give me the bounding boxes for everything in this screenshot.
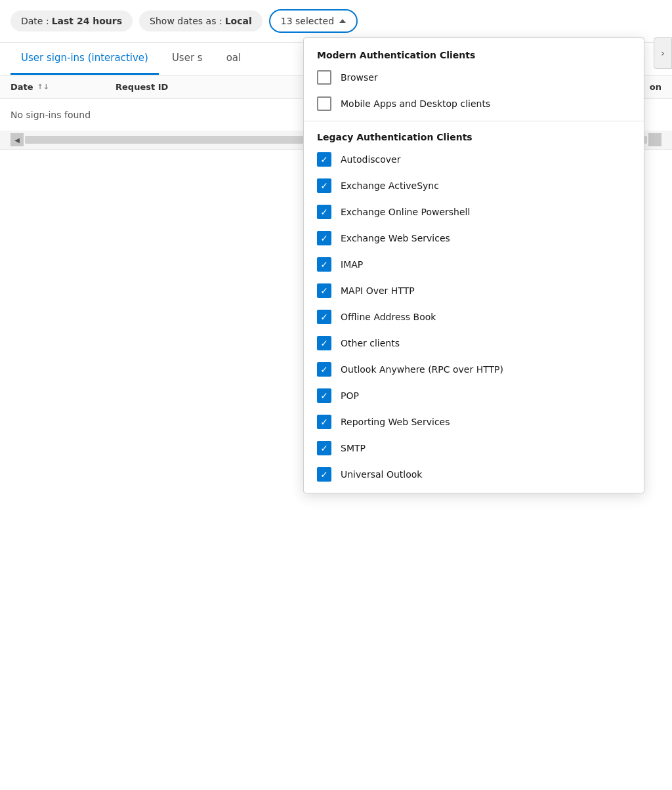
tab-interactive-label: User sign-ins (interactive): [21, 52, 148, 64]
legacy-auth-header-label: Legacy Authentication Clients: [317, 132, 472, 142]
label-autodiscover: Autodiscover: [341, 154, 401, 165]
label-reporting-web-services: Reporting Web Services: [341, 417, 450, 427]
dropdown-item-universal-outlook[interactable]: Universal Outlook: [304, 461, 644, 488]
dropdown-item-other-clients[interactable]: Other clients: [304, 330, 644, 356]
dropdown-item-mapi-over-http[interactable]: MAPI Over HTTP: [304, 278, 644, 304]
dropdown-item-exchange-activesync[interactable]: Exchange ActiveSync: [304, 173, 644, 199]
label-exchange-web-services: Exchange Web Services: [341, 233, 450, 243]
label-smtp: SMTP: [341, 443, 366, 453]
show-dates-label: Show dates as :: [150, 16, 222, 26]
checkbox-exchange-activesync[interactable]: [317, 178, 331, 193]
dropdown-item-mobile[interactable]: Mobile Apps and Desktop clients: [304, 91, 644, 117]
sort-icon: ↑↓: [37, 83, 49, 91]
show-dates-value: Local: [225, 16, 252, 26]
checkbox-reporting-web-services[interactable]: [317, 415, 331, 429]
checkbox-offline-address-book[interactable]: [317, 310, 331, 324]
dropdown-item-pop[interactable]: POP: [304, 383, 644, 409]
no-data-text: No sign-ins found: [10, 110, 91, 120]
date-filter-value: Last 24 hours: [52, 16, 122, 26]
page-container: Date : Last 24 hours Show dates as : Loc…: [0, 0, 672, 790]
right-scroll-button[interactable]: ›: [654, 37, 672, 69]
checkbox-mobile[interactable]: [317, 96, 331, 111]
col-date[interactable]: Date ↑↓: [10, 82, 116, 92]
filter-bar: Date : Last 24 hours Show dates as : Loc…: [0, 0, 672, 43]
label-imap: IMAP: [341, 259, 363, 270]
checkbox-exchange-web-services[interactable]: [317, 231, 331, 245]
scroll-left-button[interactable]: ◀: [10, 133, 24, 146]
dropdown-item-imap[interactable]: IMAP: [304, 251, 644, 278]
label-offline-address-book: Offline Address Book: [341, 312, 436, 322]
col-on-label: on: [650, 82, 662, 92]
dropdown-item-outlook-anywhere[interactable]: Outlook Anywhere (RPC over HTTP): [304, 356, 644, 383]
checkbox-outlook-anywhere[interactable]: [317, 362, 331, 377]
label-exchange-activesync: Exchange ActiveSync: [341, 180, 439, 191]
col-date-label: Date: [10, 82, 33, 92]
checkbox-mapi-over-http[interactable]: [317, 283, 331, 298]
scroll-left-arrow-icon: ◀: [14, 136, 20, 144]
modern-auth-header-label: Modern Authentication Clients: [317, 50, 475, 60]
selected-filter-pill[interactable]: 13 selected: [269, 9, 358, 33]
label-outlook-anywhere: Outlook Anywhere (RPC over HTTP): [341, 364, 503, 375]
legacy-auth-section-header: Legacy Authentication Clients: [304, 125, 644, 146]
dropdown-item-exchange-online-powershell[interactable]: Exchange Online Powershell: [304, 199, 644, 225]
tab-other[interactable]: User s: [161, 43, 213, 75]
checkbox-smtp[interactable]: [317, 441, 331, 455]
label-mobile: Mobile Apps and Desktop clients: [341, 98, 490, 109]
dropdown-item-browser[interactable]: Browser: [304, 64, 644, 91]
checkbox-universal-outlook[interactable]: [317, 467, 331, 482]
date-filter-label: Date :: [21, 16, 49, 26]
dropdown-item-smtp[interactable]: SMTP: [304, 435, 644, 461]
checkbox-other-clients[interactable]: [317, 336, 331, 350]
dropdown-item-exchange-web-services[interactable]: Exchange Web Services: [304, 225, 644, 251]
tab-pal[interactable]: oal: [216, 43, 252, 75]
checkbox-exchange-online-powershell[interactable]: [317, 205, 331, 219]
tab-interactive[interactable]: User sign-ins (interactive): [10, 43, 159, 75]
tab-other-label: User s: [172, 52, 203, 64]
tab-pal-label: oal: [226, 52, 242, 64]
checkbox-pop[interactable]: [317, 388, 331, 403]
label-mapi-over-http: MAPI Over HTTP: [341, 285, 415, 296]
modern-auth-section-header: Modern Authentication Clients: [304, 43, 644, 64]
selected-count-label: 13 selected: [281, 16, 334, 26]
dropdown-item-reporting-web-services[interactable]: Reporting Web Services: [304, 409, 644, 435]
checkbox-browser[interactable]: [317, 70, 331, 85]
show-dates-filter-pill[interactable]: Show dates as : Local: [139, 10, 262, 31]
label-universal-outlook: Universal Outlook: [341, 469, 422, 480]
dropdown-item-autodiscover[interactable]: Autodiscover: [304, 146, 644, 173]
scroll-right-area[interactable]: [648, 133, 662, 146]
label-browser: Browser: [341, 72, 378, 83]
checkbox-imap[interactable]: [317, 257, 331, 272]
label-other-clients: Other clients: [341, 338, 400, 348]
date-filter-pill[interactable]: Date : Last 24 hours: [10, 10, 133, 31]
label-exchange-online-powershell: Exchange Online Powershell: [341, 207, 470, 217]
chevron-right-icon: ›: [661, 48, 665, 58]
section-divider: [304, 121, 644, 121]
label-pop: POP: [341, 390, 359, 401]
dropdown-item-offline-address-book[interactable]: Offline Address Book: [304, 304, 644, 330]
chevron-up-icon: [339, 19, 346, 23]
checkbox-autodiscover[interactable]: [317, 152, 331, 167]
col-request-id-label: Request ID: [116, 82, 168, 92]
client-filter-dropdown: Modern Authentication Clients Browser Mo…: [303, 37, 644, 493]
